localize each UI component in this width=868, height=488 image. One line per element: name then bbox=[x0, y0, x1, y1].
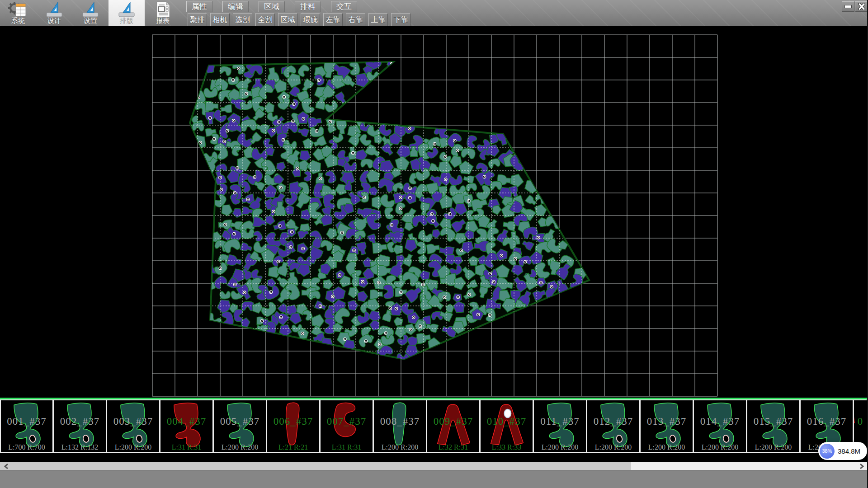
menu-tab-row: 属性 编辑 区域 排料 交互 bbox=[186, 1, 357, 12]
scroll-left-button[interactable] bbox=[0, 462, 13, 470]
mode-button-label: 排版 bbox=[108, 17, 145, 25]
mode-button-nesting[interactable]: 排版 bbox=[108, 0, 145, 26]
mode-button-label: 设置 bbox=[72, 17, 108, 25]
mode-button-label: 设计 bbox=[36, 17, 72, 25]
tool-button-align-bottom[interactable]: 下靠 bbox=[391, 13, 410, 26]
close-icon bbox=[858, 3, 865, 10]
piece-id-label: 009_#37 bbox=[427, 416, 479, 427]
piece-counts-label: L:31 R:31 bbox=[160, 443, 212, 451]
menu-tab-region[interactable]: 区域 bbox=[259, 1, 285, 12]
piece-counts-label: L:700 R:700 bbox=[1, 443, 52, 451]
thumbnail-cell[interactable]: 009_#37L:32 R:31 bbox=[427, 399, 480, 453]
horizontal-scrollbar[interactable] bbox=[0, 462, 868, 470]
tool-button-region[interactable]: 区域 bbox=[278, 13, 297, 26]
piece-thumbnail-cells: 001_#37L:700 R:700002_#37L:132 R:132003_… bbox=[0, 399, 867, 453]
piece-counts-label: L:200 R:200 bbox=[587, 443, 639, 451]
scrollbar-thumb[interactable] bbox=[13, 462, 631, 470]
usage-size: 384.8M bbox=[838, 447, 860, 455]
application-window: 系统 设计 设置 bbox=[0, 0, 868, 488]
thumbnail-cell[interactable]: 012_#37L:200 R:200 bbox=[587, 399, 640, 453]
piece-id-label: 016_#37 bbox=[801, 416, 853, 427]
piece-counts-label: L:200 R:200 bbox=[641, 443, 693, 451]
piece-counts-label: L:200 R:200 bbox=[694, 443, 746, 451]
piece-counts-label: L:200 R:200 bbox=[374, 443, 426, 451]
nested-hide-drawing bbox=[0, 26, 868, 398]
usage-percent-badge: 38% bbox=[820, 444, 835, 459]
minimize-button[interactable] bbox=[842, 1, 854, 12]
piece-counts-label: L:31 R:31 bbox=[321, 443, 373, 451]
piece-id-label: 0 bbox=[854, 416, 867, 427]
mode-button-settings[interactable]: 设置 bbox=[72, 0, 108, 26]
tool-button-align-right[interactable]: 右靠 bbox=[346, 13, 365, 26]
piece-id-label: 012_#37 bbox=[587, 416, 639, 427]
usage-percent: 38% bbox=[822, 448, 832, 454]
piece-counts-label: L:132 R:132 bbox=[54, 443, 106, 451]
thumbnail-cell[interactable]: 010_#37L:33 R:33 bbox=[480, 399, 533, 453]
nesting-canvas[interactable] bbox=[0, 26, 868, 398]
tool-button-select-cut[interactable]: 选割 bbox=[233, 13, 252, 26]
thumbnail-cell[interactable]: 013_#37L:200 R:200 bbox=[640, 399, 693, 453]
title-toolbar: 系统 设计 设置 bbox=[0, 0, 868, 27]
thumbnail-cell[interactable]: 011_#37L:200 R:200 bbox=[533, 399, 587, 453]
piece-id-label: 007_#37 bbox=[321, 416, 373, 427]
chevron-right-icon bbox=[859, 464, 864, 469]
piece-id-label: 008_#37 bbox=[374, 416, 426, 427]
piece-counts-label: L:32 R:31 bbox=[427, 443, 479, 451]
usage-status-pill[interactable]: 38% 384.8M bbox=[818, 442, 867, 460]
piece-id-label: 005_#37 bbox=[214, 416, 266, 427]
thumbnail-cell[interactable]: 015_#37L:200 R:200 bbox=[747, 399, 800, 453]
thumbnail-cell[interactable]: 004_#37L:31 R:31 bbox=[160, 399, 213, 453]
thumbnail-cell[interactable]: 006_#37L:21 R:21 bbox=[267, 399, 320, 453]
piece-id-label: 014_#37 bbox=[694, 416, 746, 427]
thumbnail-cell[interactable]: 002_#37L:132 R:132 bbox=[53, 399, 107, 453]
thumbnail-cell[interactable]: 014_#37L:200 R:200 bbox=[693, 399, 747, 453]
piece-id-label: 002_#37 bbox=[54, 416, 106, 427]
thumbnail-cell[interactable]: 003_#37L:200 R:200 bbox=[107, 399, 160, 453]
piece-counts-label: L:21 R:21 bbox=[267, 443, 319, 451]
tool-button-align-top[interactable]: 上靠 bbox=[368, 13, 388, 26]
chevron-left-icon bbox=[4, 464, 9, 469]
mode-button-system[interactable]: 系统 bbox=[0, 0, 36, 26]
piece-id-label: 004_#37 bbox=[160, 416, 212, 427]
menu-tab-nesting[interactable]: 排料 bbox=[295, 1, 321, 12]
piece-counts-label: L:200 R:200 bbox=[214, 443, 266, 451]
minimize-icon bbox=[844, 5, 852, 8]
piece-id-label: 006_#37 bbox=[267, 416, 319, 427]
piece-counts-label: L:200 R:200 bbox=[534, 443, 586, 451]
piece-id-label: 010_#37 bbox=[481, 416, 533, 427]
piece-id-label: 013_#37 bbox=[641, 416, 693, 427]
tool-button-row: 聚排 相机 选割 全割 区域 瑕疵 左靠 右靠 上靠 下靠 bbox=[188, 13, 410, 26]
status-bar bbox=[0, 470, 868, 488]
mode-button-label: 系统 bbox=[0, 17, 36, 25]
piece-id-label: 003_#37 bbox=[107, 416, 159, 427]
mode-button-label: 报表 bbox=[145, 17, 181, 25]
piece-thumbnail-strip: 001_#37L:700 R:700002_#37L:132 R:132003_… bbox=[0, 398, 868, 462]
piece-counts-label: L:200 R:200 bbox=[107, 443, 159, 451]
mode-button-design[interactable]: 设计 bbox=[36, 0, 72, 26]
thumbnail-cell[interactable]: 005_#37L:200 R:200 bbox=[213, 399, 267, 453]
piece-id-label: 001_#37 bbox=[1, 416, 52, 427]
menu-tab-interact[interactable]: 交互 bbox=[331, 1, 357, 12]
thumbnail-cell[interactable]: 001_#37L:700 R:700 bbox=[0, 399, 53, 453]
piece-id-label: 015_#37 bbox=[747, 416, 799, 427]
menu-tab-edit[interactable]: 编辑 bbox=[222, 1, 249, 12]
thumbnail-cell[interactable]: 008_#37L:200 R:200 bbox=[373, 399, 427, 453]
tool-button-cluster-nest[interactable]: 聚排 bbox=[188, 13, 207, 26]
tool-button-camera[interactable]: 相机 bbox=[210, 13, 230, 26]
tool-button-defect[interactable]: 瑕疵 bbox=[301, 13, 320, 26]
close-button[interactable] bbox=[855, 1, 868, 12]
piece-counts-label: L:200 R:200 bbox=[747, 443, 799, 451]
tool-button-align-left[interactable]: 左靠 bbox=[323, 13, 343, 26]
scroll-right-button[interactable] bbox=[855, 462, 868, 470]
piece-counts-label: L:33 R:33 bbox=[481, 443, 533, 451]
piece-id-label: 011_#37 bbox=[534, 416, 586, 427]
mode-button-report[interactable]: 报表 bbox=[145, 0, 181, 26]
menu-tab-properties[interactable]: 属性 bbox=[186, 1, 212, 12]
tool-button-cut-all[interactable]: 全割 bbox=[255, 13, 275, 26]
thumbnail-cell[interactable]: 007_#37L:31 R:31 bbox=[320, 399, 373, 453]
